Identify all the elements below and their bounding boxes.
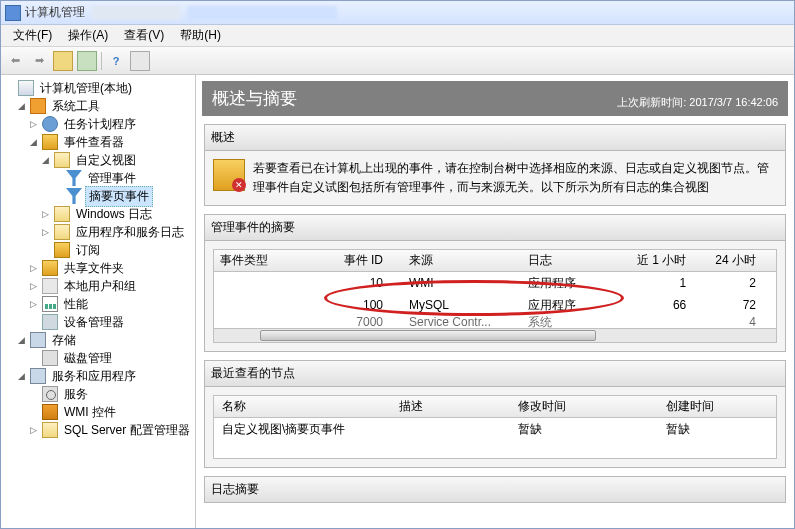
device-manager-icon (42, 314, 58, 330)
filter-icon (66, 188, 82, 204)
tools-icon (30, 98, 46, 114)
expand-icon[interactable]: ◢ (27, 137, 39, 147)
tree-shared-folders[interactable]: 共享文件夹 (61, 259, 127, 278)
expand-icon[interactable]: ▷ (27, 299, 39, 309)
tree-root[interactable]: 计算机管理(本地) (37, 79, 135, 98)
sql-icon (42, 422, 58, 438)
overview-text: 若要查看已在计算机上出现的事件，请在控制台树中选择相应的来源、日志或自定义视图节… (253, 159, 777, 197)
filter-icon (66, 170, 82, 186)
folder-icon (54, 224, 70, 240)
content-pane: 概述与摘要 上次刷新时间: 2017/3/7 16:42:06 概述 若要查看已… (196, 75, 794, 529)
menu-bar: 文件(F) 操作(A) 查看(V) 帮助(H) (1, 25, 794, 47)
col-name[interactable]: 名称 (214, 398, 391, 415)
expand-icon[interactable]: ▷ (27, 263, 39, 273)
expand-icon[interactable]: ◢ (15, 371, 27, 381)
blurred-region (187, 6, 337, 20)
expand-icon[interactable]: ◢ (39, 155, 51, 165)
col-event-type[interactable]: 事件类型 (214, 252, 323, 269)
folder-icon (54, 152, 70, 168)
tree-scheduler[interactable]: 任务计划程序 (61, 115, 139, 134)
services-icon (42, 386, 58, 402)
table-row[interactable]: 100 MySQL 应用程序 66 72 (214, 294, 776, 316)
expand-icon[interactable]: ▷ (27, 281, 39, 291)
tree-local-users[interactable]: 本地用户和组 (61, 277, 139, 296)
tree-event-viewer[interactable]: 事件查看器 (61, 133, 127, 152)
console-tree[interactable]: ▸计算机管理(本地) ◢系统工具 ▷任务计划程序 ◢事件查看器 ◢自定义视图 ▸… (1, 75, 196, 529)
tree-disk-mgmt[interactable]: 磁盘管理 (61, 349, 115, 368)
tree-device-manager[interactable]: 设备管理器 (61, 313, 127, 332)
summary-section: 管理事件的摘要 http://blog.csdn.net/wangzhe_csd… (204, 214, 786, 352)
services-apps-icon (30, 368, 46, 384)
col-created[interactable]: 创建时间 (658, 398, 776, 415)
tree-subscriptions[interactable]: 订阅 (73, 241, 103, 260)
overview-section: 概述 若要查看已在计算机上出现的事件，请在控制台树中选择相应的来源、日志或自定义… (204, 124, 786, 206)
storage-icon (30, 332, 46, 348)
expand-icon[interactable]: ◢ (15, 335, 27, 345)
tree-system-tools[interactable]: 系统工具 (49, 97, 103, 116)
tree-custom-views[interactable]: 自定义视图 (73, 151, 139, 170)
menu-view[interactable]: 查看(V) (116, 24, 172, 47)
app-icon (5, 5, 21, 21)
recent-grid[interactable]: 名称 描述 修改时间 创建时间 自定义视图\摘要页事件 暂缺 暂缺 (213, 395, 777, 459)
tree-summary-events[interactable]: 摘要页事件 (85, 186, 153, 207)
content-header: 概述与摘要 上次刷新时间: 2017/3/7 16:42:06 (202, 81, 788, 116)
menu-file[interactable]: 文件(F) (5, 24, 60, 47)
window-titlebar: 计算机管理 (1, 1, 794, 25)
recent-section: 最近查看的节点 名称 描述 修改时间 创建时间 自定义视图\摘要页事件 暂缺 暂… (204, 360, 786, 468)
scheduler-icon (42, 116, 58, 132)
event-viewer-large-icon (213, 159, 245, 191)
wmi-icon (42, 404, 58, 420)
section-header: 最近查看的节点 (205, 361, 785, 387)
forward-button[interactable]: ➡ (29, 51, 49, 71)
refresh-timestamp: 上次刷新时间: 2017/3/7 16:42:06 (617, 95, 778, 110)
tree-sql-server[interactable]: SQL Server 配置管理器 (61, 421, 193, 440)
blurred-region (91, 6, 181, 20)
col-desc[interactable]: 描述 (391, 398, 509, 415)
summary-grid[interactable]: 事件类型 事件 ID 来源 日志 近 1 小时 24 小时 10 WMI 应用程… (213, 249, 777, 343)
expand-icon[interactable]: ▷ (39, 209, 51, 219)
expand-icon[interactable]: ▷ (27, 425, 39, 435)
folder-icon (54, 206, 70, 222)
toolbar: ⬅ ➡ ? (1, 47, 794, 75)
tree-services[interactable]: 服务 (61, 385, 91, 404)
computer-icon (18, 80, 34, 96)
section-header: 管理事件的摘要 (205, 215, 785, 241)
page-title: 概述与摘要 (212, 87, 297, 110)
help-button[interactable]: ? (106, 51, 126, 71)
horizontal-scrollbar[interactable] (214, 328, 776, 342)
col-source[interactable]: 来源 (403, 252, 522, 269)
col-event-id[interactable]: 事件 ID (323, 252, 403, 269)
toolbar-button[interactable] (53, 51, 73, 71)
shared-folders-icon (42, 260, 58, 276)
bottom-section: 日志摘要 (204, 476, 786, 503)
col-modified[interactable]: 修改时间 (510, 398, 658, 415)
tree-wmi[interactable]: WMI 控件 (61, 403, 119, 422)
table-row[interactable]: 10 WMI 应用程序 1 2 (214, 272, 776, 294)
back-button[interactable]: ⬅ (5, 51, 25, 71)
tree-app-service-logs[interactable]: 应用程序和服务日志 (73, 223, 187, 242)
expand-icon[interactable]: ▷ (27, 119, 39, 129)
col-log[interactable]: 日志 (522, 252, 621, 269)
performance-icon (42, 296, 58, 312)
toolbar-button[interactable] (130, 51, 150, 71)
tree-services-apps[interactable]: 服务和应用程序 (49, 367, 139, 386)
tree-storage[interactable]: 存储 (49, 331, 79, 350)
tree-performance[interactable]: 性能 (61, 295, 91, 314)
expand-icon[interactable]: ▷ (39, 227, 51, 237)
table-row[interactable]: 自定义视图\摘要页事件 暂缺 暂缺 (214, 418, 776, 440)
menu-action[interactable]: 操作(A) (60, 24, 116, 47)
tree-windows-logs[interactable]: Windows 日志 (73, 205, 155, 224)
section-header: 概述 (205, 125, 785, 151)
expand-icon[interactable]: ◢ (15, 101, 27, 111)
subscription-icon (54, 242, 70, 258)
table-row[interactable]: 7000 Service Contr... 系统 4 (214, 316, 776, 328)
menu-help[interactable]: 帮助(H) (172, 24, 229, 47)
disk-mgmt-icon (42, 350, 58, 366)
event-viewer-icon (42, 134, 58, 150)
window-title: 计算机管理 (25, 4, 85, 21)
col-24hr[interactable]: 24 小时 (706, 252, 776, 269)
section-header: 日志摘要 (205, 477, 785, 502)
toolbar-button[interactable] (77, 51, 97, 71)
users-icon (42, 278, 58, 294)
col-1hr[interactable]: 近 1 小时 (622, 252, 707, 269)
